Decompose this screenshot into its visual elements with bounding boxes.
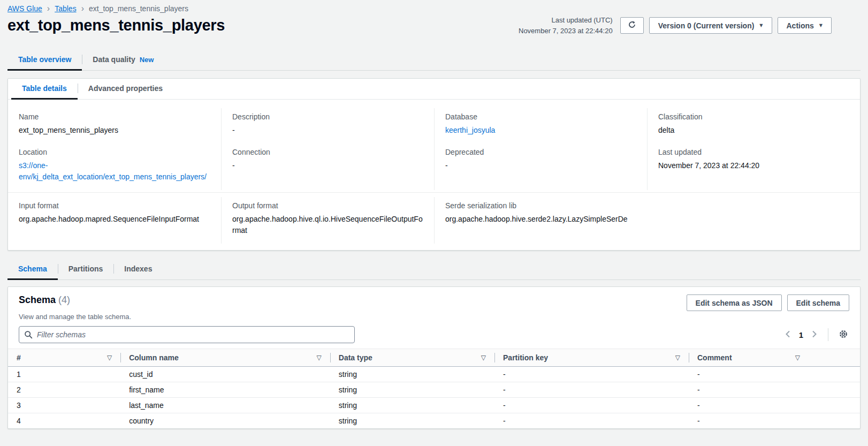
cell-partition-key: - <box>494 382 689 398</box>
cell-index: 3 <box>8 398 120 413</box>
cell-partition-key: - <box>494 398 689 413</box>
page-title: ext_top_mens_tennis_players <box>7 17 225 34</box>
refresh-button[interactable] <box>620 17 644 34</box>
column-header-data-type[interactable]: Data type▽ <box>330 349 494 367</box>
field-classification: Classification delta <box>647 108 860 143</box>
current-page-number[interactable]: 1 <box>799 330 803 339</box>
schema-card-header: Schema(4) Edit schema as JSON Edit schem… <box>8 287 860 311</box>
cell-column-name: last_name <box>120 398 330 413</box>
caret-down-icon: ▼ <box>759 23 763 28</box>
schema-card: Schema(4) Edit schema as JSON Edit schem… <box>7 286 861 429</box>
last-updated-label: Last updated (UTC) <box>519 15 613 26</box>
schema-actions: Edit schema as JSON Edit schema <box>687 294 849 311</box>
cell-index: 2 <box>8 382 120 398</box>
field-connection: Connection - <box>221 143 434 190</box>
table-row[interactable]: 1 cust_id string - - <box>8 367 860 382</box>
filter-icon[interactable]: ▽ <box>107 354 112 361</box>
database-link[interactable]: keerthi_josyula <box>445 126 495 134</box>
schema-filter <box>19 326 355 343</box>
cell-data-type: string <box>330 367 494 382</box>
field-location: Location s3://one-env/kj_delta_ext_locat… <box>8 143 221 190</box>
details-grid: Name ext_top_mens_tennis_players Descrip… <box>8 100 860 192</box>
page-header: ext_top_mens_tennis_players Last updated… <box>7 15 861 36</box>
filter-icon[interactable]: ▽ <box>317 354 322 361</box>
breadcrumb-link-aws-glue[interactable]: AWS Glue <box>7 4 42 13</box>
cell-comment: - <box>689 382 860 398</box>
schema-table: #▽ Column name▽ Data type▽ Partition key… <box>8 349 860 428</box>
tab-table-details[interactable]: Table details <box>11 79 78 99</box>
table-row[interactable]: 2 first_name string - - <box>8 382 860 398</box>
filter-schemas-input[interactable] <box>19 326 355 343</box>
field-description: Description - <box>221 108 434 143</box>
filter-icon[interactable]: ▽ <box>795 354 800 361</box>
tab-schema[interactable]: Schema <box>7 259 58 279</box>
chevron-right-icon <box>811 330 818 340</box>
cell-comment: - <box>689 398 860 413</box>
search-icon <box>24 330 33 341</box>
cell-data-type: string <box>330 413 494 429</box>
cell-column-name: first_name <box>120 382 330 398</box>
schema-toolbar: 1 <box>8 321 860 347</box>
field-input-format: Input format org.apache.hadoop.mapred.Se… <box>8 197 221 244</box>
version-dropdown[interactable]: Version 0 (Current version) ▼ <box>649 17 772 34</box>
cell-data-type: string <box>330 382 494 398</box>
pagination: 1 <box>783 328 849 342</box>
chevron-right-icon: › <box>47 4 50 13</box>
schema-tab-bar: Schema Partitions Indexes <box>7 259 861 280</box>
preferences-button[interactable] <box>837 328 849 342</box>
gear-icon <box>839 329 848 341</box>
breadcrumb: AWS Glue › Tables › ext_top_mens_tennis_… <box>7 4 861 13</box>
column-header-column-name[interactable]: Column name▽ <box>120 349 330 367</box>
field-output-format: Output format org.apache.hadoop.hive.ql.… <box>221 197 434 244</box>
tab-advanced-properties[interactable]: Advanced properties <box>78 79 173 99</box>
edit-schema-button[interactable]: Edit schema <box>787 294 849 311</box>
cell-comment: - <box>689 367 860 382</box>
cell-column-name: country <box>120 413 330 429</box>
field-serde-lib: Serde serialization lib org.apache.hadoo… <box>434 197 860 244</box>
cell-partition-key: - <box>494 367 689 382</box>
cell-comment: - <box>689 413 860 429</box>
new-badge: New <box>140 56 154 64</box>
filter-icon[interactable]: ▽ <box>675 354 680 361</box>
tab-indexes[interactable]: Indexes <box>113 259 163 279</box>
cell-data-type: string <box>330 398 494 413</box>
cell-index: 1 <box>8 367 120 382</box>
main-tab-bar: Table overview Data qualityNew <box>7 50 861 71</box>
filter-icon[interactable]: ▽ <box>481 354 486 361</box>
field-database: Database keerthi_josyula <box>434 108 647 143</box>
chevron-right-icon: › <box>81 4 84 13</box>
refresh-icon <box>628 20 636 31</box>
tab-partitions[interactable]: Partitions <box>58 259 114 279</box>
table-details-card: Table details Advanced properties Name e… <box>7 78 861 251</box>
edit-schema-as-json-button[interactable]: Edit schema as JSON <box>687 294 782 311</box>
cell-partition-key: - <box>494 413 689 429</box>
tab-data-quality[interactable]: Data qualityNew <box>82 50 164 70</box>
pager-divider <box>828 328 828 341</box>
last-updated-value: November 7, 2023 at 22:44:20 <box>519 26 613 36</box>
header-controls: Last updated (UTC) November 7, 2023 at 2… <box>519 15 861 36</box>
schema-count: (4) <box>58 294 70 305</box>
cell-column-name: cust_id <box>120 367 330 382</box>
details-tab-bar: Table details Advanced properties <box>8 79 860 100</box>
cell-index: 4 <box>8 413 120 429</box>
schema-subtitle: View and manage the table schema. <box>8 311 860 321</box>
actions-dropdown[interactable]: Actions ▼ <box>778 17 832 34</box>
breadcrumb-link-tables[interactable]: Tables <box>55 4 76 13</box>
column-header-index[interactable]: #▽ <box>8 349 120 367</box>
page: AWS Glue › Tables › ext_top_mens_tennis_… <box>0 0 868 429</box>
table-row[interactable]: 4 country string - - <box>8 413 860 429</box>
field-last-updated: Last updated November 7, 2023 at 22:44:2… <box>647 143 860 190</box>
chevron-left-icon <box>785 330 791 340</box>
s3-location-link[interactable]: s3://one-env/kj_delta_ext_location/ext_t… <box>19 161 207 181</box>
caret-down-icon: ▼ <box>819 23 823 28</box>
previous-page-button[interactable] <box>783 329 792 341</box>
column-header-comment[interactable]: Comment▽ <box>689 349 860 367</box>
details-grid-formats: Input format org.apache.hadoop.mapred.Se… <box>8 193 860 250</box>
schema-table-header-row: #▽ Column name▽ Data type▽ Partition key… <box>8 349 860 367</box>
tab-table-overview[interactable]: Table overview <box>7 50 82 70</box>
breadcrumb-current: ext_top_mens_tennis_players <box>89 4 188 13</box>
column-header-partition-key[interactable]: Partition key▽ <box>494 349 689 367</box>
table-row[interactable]: 3 last_name string - - <box>8 398 860 413</box>
last-updated-block: Last updated (UTC) November 7, 2023 at 2… <box>519 15 613 36</box>
next-page-button[interactable] <box>810 329 819 341</box>
